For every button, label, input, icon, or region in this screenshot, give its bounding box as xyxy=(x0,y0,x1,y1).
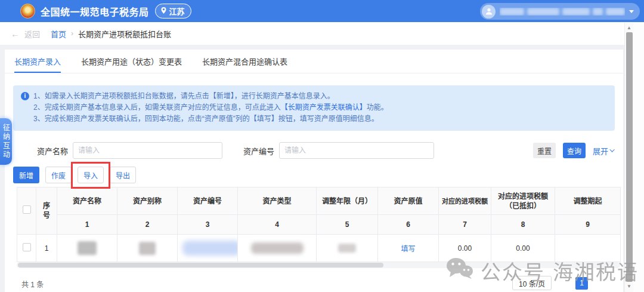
col-asset-code: 资产编号 xyxy=(178,188,238,215)
col-num-8: 8 xyxy=(491,215,555,235)
asset-name-input[interactable] xyxy=(73,142,222,159)
search-button[interactable]: 查询 xyxy=(563,143,586,158)
col-num-7: 7 xyxy=(439,215,491,235)
row-seq: 1 xyxy=(36,235,57,262)
col-num-6: 6 xyxy=(378,215,439,235)
export-button[interactable]: 导出 xyxy=(110,167,136,183)
chevron-down-icon xyxy=(609,147,614,152)
notice-box: i 1、如需录入长期资产进项税额抵扣台账数据，请先点击【新增】，进行长期资产基本… xyxy=(13,85,615,131)
invoice-link[interactable]: 【长期资产发票关联确认】 xyxy=(281,103,367,112)
row-input-tax: 0.00 xyxy=(439,235,491,262)
expand-toggle[interactable]: 展开 xyxy=(593,145,615,156)
col-num-2: 2 xyxy=(117,215,178,235)
vertical-scrollbar[interactable]: ▲ ▼ xyxy=(624,23,633,292)
chevron-down-icon xyxy=(629,10,634,13)
user-avatar-icon xyxy=(482,5,496,19)
col-num-1: 1 xyxy=(57,215,117,235)
col-adjust-start: 调整期起 xyxy=(555,188,621,215)
user-menu[interactable] xyxy=(480,3,640,20)
import-button[interactable]: 导入 xyxy=(78,167,104,183)
row-asset-name-redacted xyxy=(57,235,117,262)
region-label: 江苏 xyxy=(169,5,185,17)
notice-line-1: 1、如需录入长期资产进项税额抵扣台账数据，请先点击【新增】，进行长期资产基本信息… xyxy=(33,91,603,102)
info-icon: i xyxy=(21,92,29,100)
fill-link[interactable]: 填写 xyxy=(401,245,415,253)
user-name-redacted xyxy=(500,8,625,16)
scroll-up-arrow[interactable]: ▲ xyxy=(625,24,633,32)
row-asset-alias-redacted xyxy=(117,235,178,262)
horizontal-scrollbar-thumb[interactable] xyxy=(18,263,383,268)
main-panel: 长期资产录入 长期资产用途（状态）变更表 长期资产混合用途确认表 i 1、如需录… xyxy=(5,50,623,292)
row-deducted-tax: 0.00 xyxy=(491,235,555,262)
row-select-cell xyxy=(17,235,36,262)
tab-asset-entry[interactable]: 长期资产录入 xyxy=(14,50,61,73)
notice-line-3: 3、完成长期资产发票关联确认后，回到本功能，点击“资产原值”列的【填写】按钮，填… xyxy=(33,113,603,125)
pagination: 10 条/页 1 xyxy=(512,276,588,290)
app-header: 全国统一规范电子税务局 江苏 xyxy=(0,0,644,22)
breadcrumb-home-link[interactable]: 首页 xyxy=(51,28,66,39)
col-asset-type: 资产类型 xyxy=(238,188,317,215)
region-badge[interactable]: 江苏 xyxy=(155,4,191,19)
col-num-9: 9 xyxy=(555,215,621,235)
asset-table: 序号 资产名称 资产别称 资产编号 资产类型 调整年限（月） 资产原值 对应的进… xyxy=(17,187,615,262)
action-toolbar: 新增 作废 导入 导出 xyxy=(13,167,615,183)
page-size-select[interactable]: 10 条/页 xyxy=(512,276,552,290)
asset-code-input[interactable] xyxy=(279,142,434,159)
row-asset-type-redacted xyxy=(238,235,317,262)
notice-line-2: 2、完成长期资产基本信息录入后，如需关联资产对应的凭证信息，可点此进入【长期资产… xyxy=(33,102,603,113)
filter-form: 资产名称 资产编号 重置 查询 展开 xyxy=(13,142,615,159)
page-right-margin xyxy=(633,22,644,292)
col-original-value: 资产原值 xyxy=(378,188,439,215)
row-adjust-start xyxy=(555,235,621,262)
tab-usage-change[interactable]: 长期资产用途（状态）变更表 xyxy=(81,50,182,73)
row-original-value: 填写 xyxy=(378,235,439,262)
add-button[interactable]: 新增 xyxy=(13,167,39,183)
notice-line-2-text: 2、完成长期资产基本信息录入后，如需关联资产对应的凭证信息，可点此进入 xyxy=(33,103,281,112)
sidebar-tab-interaction[interactable]: 征纳互动 xyxy=(0,118,12,165)
vertical-scrollbar-thumb[interactable] xyxy=(626,32,633,282)
col-asset-alias: 资产别称 xyxy=(117,188,178,215)
page-number-1[interactable]: 1 xyxy=(575,277,588,290)
col-num-3: 3 xyxy=(178,215,238,235)
notice-line-2-suffix: 功能。 xyxy=(367,103,388,112)
col-adjust-months: 调整年限（月） xyxy=(317,188,378,215)
select-all-checkbox[interactable] xyxy=(23,205,31,214)
col-input-tax: 对应的进项税额 xyxy=(439,188,491,215)
location-pin-icon xyxy=(160,7,167,16)
breadcrumb: ← 返回 首页 › 长期资产进项税额抵扣台账 xyxy=(0,22,644,45)
select-all-cell xyxy=(17,188,36,235)
expand-label: 展开 xyxy=(593,145,608,156)
row-asset-code-redacted xyxy=(178,235,238,262)
tax-emblem-logo xyxy=(20,4,35,19)
invalidate-button[interactable]: 作废 xyxy=(45,167,72,183)
back-arrow-icon[interactable]: ← xyxy=(11,29,20,39)
scroll-down-arrow[interactable]: ▼ xyxy=(625,282,633,291)
table-row: 1 填写 0.00 0.00 xyxy=(17,235,621,262)
row-adjust-months-redacted xyxy=(317,235,378,262)
back-link[interactable]: 返回 xyxy=(24,28,40,39)
col-deducted-tax: 对应的进项税额（已抵扣） xyxy=(491,188,555,215)
col-num-5: 5 xyxy=(317,215,378,235)
breadcrumb-separator: › xyxy=(71,29,73,38)
reset-button[interactable]: 重置 xyxy=(533,143,556,158)
col-seq: 序号 xyxy=(36,188,57,235)
total-count: 共 1 条 xyxy=(17,279,44,289)
tab-mixed-usage-confirm[interactable]: 长期资产混合用途确认表 xyxy=(202,50,287,73)
breadcrumb-current: 长期资产进项税额抵扣台账 xyxy=(78,28,171,39)
tab-bar: 长期资产录入 长期资产用途（状态）变更表 长期资产混合用途确认表 xyxy=(5,50,623,73)
horizontal-scrollbar[interactable] xyxy=(17,262,620,268)
col-num-4: 4 xyxy=(238,215,317,235)
col-asset-name: 资产名称 xyxy=(57,188,117,215)
table-footer: 共 1 条 10 条/页 1 xyxy=(17,276,615,291)
app-title: 全国统一规范电子税务局 xyxy=(41,4,149,19)
asset-name-label: 资产名称 xyxy=(37,145,68,156)
row-checkbox[interactable] xyxy=(23,243,31,251)
asset-code-label: 资产编号 xyxy=(243,145,274,156)
